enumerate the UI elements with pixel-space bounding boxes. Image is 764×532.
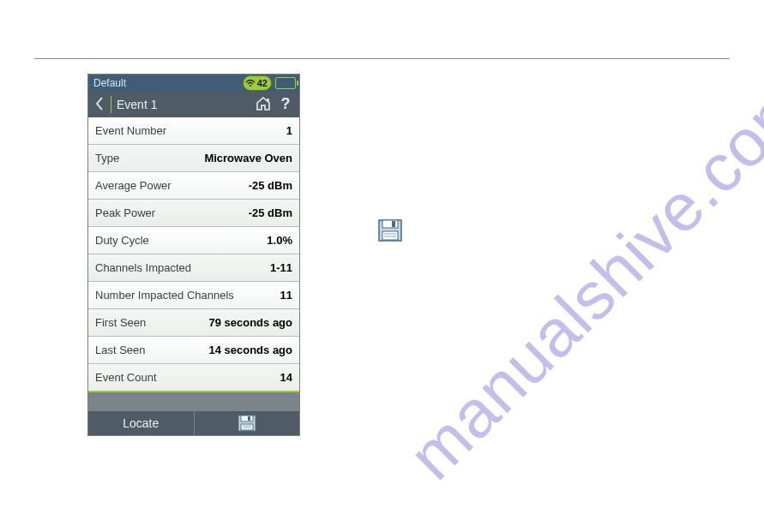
detail-row: Event Number 1: [88, 117, 299, 144]
detail-row: Average Power -25 dBm: [88, 171, 299, 199]
svg-rect-4: [248, 416, 250, 421]
detail-row: Peak Power -25 dBm: [88, 199, 299, 226]
help-icon: ?: [277, 95, 294, 112]
svg-rect-3: [241, 415, 253, 421]
svg-text:?: ?: [281, 95, 291, 112]
row-value: 1-11: [270, 261, 292, 274]
row-label: First Seen: [95, 316, 146, 329]
svg-point-0: [250, 85, 251, 87]
row-label: Peak Power: [95, 206, 155, 219]
detail-row: Type Microwave Oven: [88, 144, 299, 171]
row-label: Last Seen: [95, 344, 146, 356]
row-value: 14: [280, 371, 292, 384]
chevron-left-icon: [93, 96, 105, 111]
row-label: Channels Impacted: [95, 261, 191, 274]
locate-label: Locate: [123, 416, 159, 430]
watermark-text: manualshive.com: [394, 63, 764, 494]
status-bar: Default 42: [88, 75, 299, 92]
row-value: -25 dBm: [249, 179, 292, 192]
profile-name: Default: [92, 77, 243, 89]
screen-title: Event 1: [117, 98, 250, 111]
floating-save-icon: [378, 219, 402, 242]
nav-bar: Event 1 ?: [88, 92, 299, 117]
save-button[interactable]: [195, 411, 300, 435]
device-screen: Default 42 Event 1 ?: [87, 74, 300, 436]
locate-button[interactable]: Locate: [88, 411, 195, 435]
detail-row: First Seen 79 seconds ago: [88, 308, 299, 336]
detail-row: Last Seen 14 seconds ago: [88, 336, 299, 363]
row-value: 11: [280, 289, 292, 302]
footer-bar: Locate: [88, 411, 299, 435]
row-value: -25 dBm: [249, 206, 292, 219]
back-button[interactable]: [93, 96, 105, 114]
nav-separator: [111, 96, 111, 113]
row-value: 1.0%: [267, 234, 292, 247]
save-icon: [378, 219, 402, 242]
row-value: 79 seconds ago: [208, 316, 292, 329]
home-button[interactable]: [255, 95, 272, 115]
svg-rect-11: [382, 231, 398, 240]
row-label: Event Number: [95, 124, 166, 137]
detail-row: Number Impacted Channels 11: [88, 281, 299, 308]
page-rule: [34, 58, 730, 59]
detail-row: Event Count 14: [88, 363, 299, 391]
home-icon: [255, 95, 272, 112]
footer-spacer: [88, 391, 299, 411]
row-value: 1: [286, 124, 292, 137]
detail-row: Duty Cycle 1.0%: [88, 226, 299, 254]
battery-icon: [275, 77, 296, 89]
row-label: Event Count: [95, 371, 157, 384]
detail-rows: Event Number 1 Type Microwave Oven Avera…: [88, 117, 299, 391]
save-icon: [238, 415, 256, 432]
detail-row: Channels Impacted 1-11: [88, 254, 299, 281]
row-label: Number Impacted Channels: [95, 289, 234, 302]
row-value: Microwave Oven: [204, 152, 292, 164]
wifi-indicator: 42: [243, 75, 272, 91]
svg-rect-9: [382, 220, 398, 228]
row-label: Average Power: [95, 179, 171, 192]
wifi-value: 42: [257, 78, 268, 88]
row-label: Duty Cycle: [95, 234, 149, 247]
row-label: Type: [95, 152, 119, 164]
row-value: 14 seconds ago: [208, 344, 292, 356]
svg-rect-10: [392, 221, 395, 227]
wifi-icon: [245, 79, 256, 87]
help-button[interactable]: ?: [277, 95, 294, 115]
